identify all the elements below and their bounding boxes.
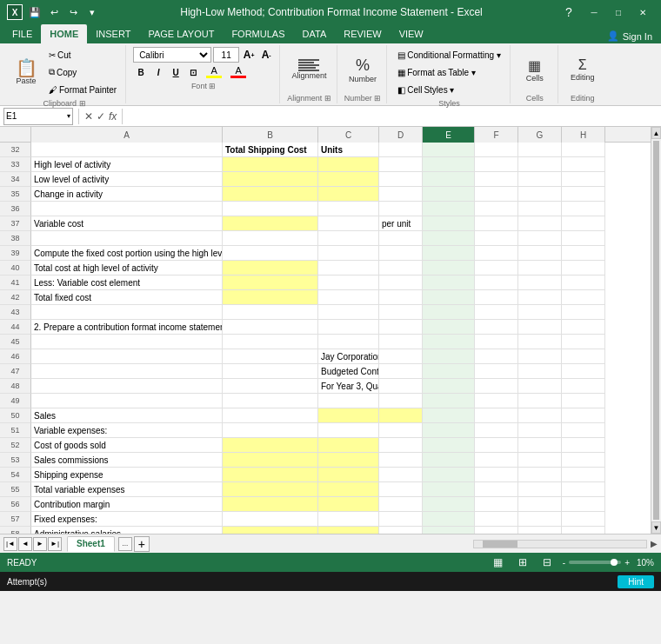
cell-43-A[interactable] [31,305,223,320]
sheet-nav-last[interactable]: ►| [48,537,62,551]
cell-37-F[interactable] [475,216,518,231]
cell-33-H[interactable] [562,157,605,172]
cell-45-H[interactable] [562,335,605,349]
cell-48-C[interactable]: For Year 3, Quarter 1 [318,379,379,394]
cell-43-G[interactable] [518,305,562,320]
cell-45-D[interactable] [379,335,423,349]
col-header-a[interactable]: A [31,127,223,143]
close-button[interactable]: ✕ [631,4,654,20]
cell-53-F[interactable] [475,453,518,468]
tab-review[interactable]: REVIEW [335,24,390,43]
cell-54-G[interactable] [518,468,562,482]
cell-45-B[interactable] [223,335,318,349]
cell-50-F[interactable] [475,408,518,423]
horizontal-scroll-thumb[interactable] [483,541,517,548]
cell-53-H[interactable] [562,453,605,468]
cell-48-D[interactable] [379,379,423,394]
cell-35-A[interactable]: Change in activity [31,187,223,202]
cell-37-E[interactable] [423,216,475,231]
cell-57-A[interactable]: Fixed expenses: [31,512,223,527]
cell-34-H[interactable] [562,172,605,187]
cell-54-F[interactable] [475,468,518,482]
scroll-up-button[interactable]: ▲ [651,127,661,139]
cell-38-D[interactable] [379,231,423,246]
cell-56-G[interactable] [518,497,562,512]
number-format-button[interactable]: % Number [345,47,380,92]
cell-58-B[interactable] [223,527,318,534]
cell-42-B[interactable] [223,290,318,305]
cell-40-C[interactable] [318,261,379,276]
cell-36-G[interactable] [518,202,562,216]
cell-45-A[interactable] [31,335,223,349]
cell-47-B[interactable] [223,364,318,379]
cancel-formula-button[interactable]: ✕ [84,110,93,123]
cell-54-A[interactable]: Shipping expense [31,468,223,482]
cell-35-H[interactable] [562,187,605,202]
format-as-table-button[interactable]: ▦ Format as Table ▾ [394,64,479,80]
cell-46-H[interactable] [562,349,605,364]
cell-38-C[interactable] [318,231,379,246]
cell-34-F[interactable] [475,172,518,187]
cell-41-E[interactable] [423,276,475,290]
cell-41-B[interactable] [223,276,318,290]
cell-50-D[interactable] [379,408,423,423]
cell-46-C[interactable]: Jay Corporation [318,349,379,364]
cell-39-H[interactable] [562,246,605,261]
cell-44-H[interactable] [562,320,605,335]
cell-51-H[interactable] [562,423,605,438]
cell-48-A[interactable] [31,379,223,394]
cell-52-C[interactable] [318,438,379,453]
col-header-e[interactable]: E [423,127,475,143]
cell-40-B[interactable] [223,261,318,276]
cell-57-C[interactable] [318,512,379,527]
cell-37-C[interactable] [318,216,379,231]
zoom-track[interactable] [569,561,621,564]
cell-45-G[interactable] [518,335,562,349]
cell-52-F[interactable] [475,438,518,453]
cell-32-A[interactable] [31,143,223,157]
cell-32-H[interactable] [562,143,605,157]
cell-40-F[interactable] [475,261,518,276]
cell-34-E[interactable] [423,172,475,187]
cell-35-C[interactable] [318,187,379,202]
cell-54-E[interactable] [423,468,475,482]
cell-34-B[interactable] [223,172,318,187]
cell-38-B[interactable] [223,231,318,246]
cell-37-B[interactable] [223,216,318,231]
cell-47-F[interactable] [475,364,518,379]
cell-49-G[interactable] [518,394,562,408]
cell-32-D[interactable] [379,143,423,157]
cell-42-E[interactable] [423,290,475,305]
cell-56-B[interactable] [223,497,318,512]
cell-46-A[interactable] [31,349,223,364]
cell-55-B[interactable] [223,482,318,497]
cell-40-H[interactable] [562,261,605,276]
scroll-right-btn[interactable]: ▶ [651,539,658,548]
cell-36-F[interactable] [475,202,518,216]
cell-53-G[interactable] [518,453,562,468]
cell-50-C[interactable] [318,408,379,423]
cell-40-E[interactable] [423,261,475,276]
cell-48-H[interactable] [562,379,605,394]
cell-52-E[interactable] [423,438,475,453]
cell-54-B[interactable] [223,468,318,482]
cell-32-C[interactable]: Units [318,143,379,157]
tab-data[interactable]: DATA [294,24,336,43]
cell-47-C[interactable]: Budgeted Contribution Format Income Stat… [318,364,379,379]
cell-52-H[interactable] [562,438,605,453]
cell-58-H[interactable] [562,527,605,534]
cell-51-E[interactable] [423,423,475,438]
cell-38-H[interactable] [562,231,605,246]
formula-input[interactable] [128,108,658,125]
cell-49-E[interactable] [423,394,475,408]
col-header-f[interactable]: F [475,127,518,143]
cell-58-C[interactable] [318,527,379,534]
cell-57-D[interactable] [379,512,423,527]
cell-47-H[interactable] [562,364,605,379]
cell-35-D[interactable] [379,187,423,202]
cell-43-C[interactable] [318,305,379,320]
cell-ref-dropdown[interactable]: ▾ [67,112,70,120]
cell-57-B[interactable] [223,512,318,527]
customize-icon[interactable]: ▾ [83,3,101,21]
cell-53-A[interactable]: Sales commissions [31,453,223,468]
